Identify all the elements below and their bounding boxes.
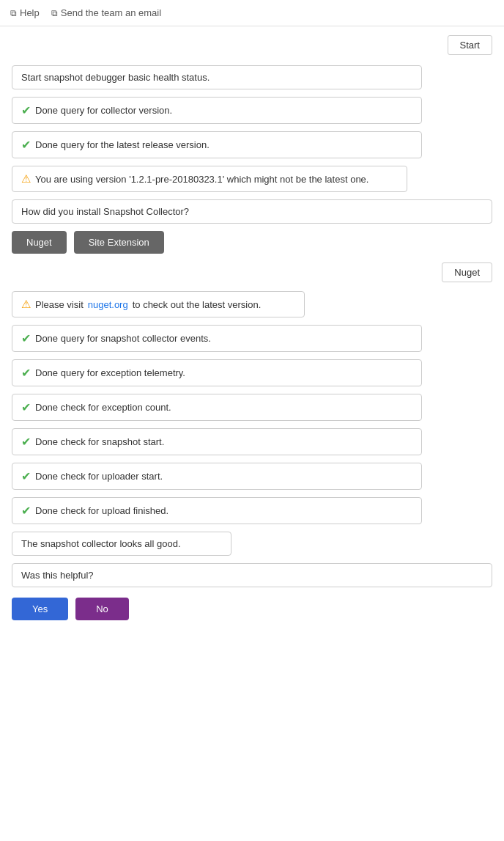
main-content: Start Start snapshot debugger basic heal… xyxy=(0,26,504,636)
site-extension-button[interactable]: Site Extension xyxy=(74,231,164,254)
done-exception-count-text: Done check for exception count. xyxy=(35,402,171,413)
nuget-response-button[interactable]: Nuget xyxy=(442,262,492,282)
check-icon-exception-count: ✔ xyxy=(21,400,31,414)
done-upload-finished-message: ✔ Done check for upload finished. xyxy=(12,497,422,524)
start-health-message: Start snapshot debugger basic health sta… xyxy=(12,65,422,89)
visit-nuget-prefix: Please visit xyxy=(35,299,84,310)
yes-button[interactable]: Yes xyxy=(12,598,68,620)
no-button[interactable]: No xyxy=(75,598,129,620)
version-warning-text: You are using version '1.2.1-pre-2018032… xyxy=(35,174,368,185)
nuget-org-link[interactable]: nuget.org xyxy=(88,299,128,310)
done-latest-release-text: Done query for the latest release versio… xyxy=(35,139,210,150)
check-icon-uploader-start: ✔ xyxy=(21,469,31,483)
nuget-response-row: Nuget xyxy=(12,262,492,282)
check-icon-collector: ✔ xyxy=(21,103,31,117)
visit-nuget-message: ⚠ Please visit nuget.org to check out th… xyxy=(12,291,305,317)
check-icon-upload-finished: ✔ xyxy=(21,504,31,518)
warn-icon-nuget: ⚠ xyxy=(21,298,31,311)
version-warning-message: ⚠ You are using version '1.2.1-pre-20180… xyxy=(12,166,407,192)
done-exception-telemetry-message: ✔ Done query for exception telemetry. xyxy=(12,359,422,386)
done-latest-release-message: ✔ Done query for the latest release vers… xyxy=(12,131,422,158)
top-bar: ⧉ Help ⧉ Send the team an email xyxy=(0,0,504,26)
email-external-icon: ⧉ xyxy=(51,8,58,18)
help-link[interactable]: ⧉ Help xyxy=(10,7,40,18)
all-good-message: The snapshot collector looks all good. xyxy=(12,532,231,556)
done-uploader-start-message: ✔ Done check for uploader start. xyxy=(12,463,422,490)
help-external-icon: ⧉ xyxy=(10,8,17,18)
start-button[interactable]: Start xyxy=(448,35,492,55)
warn-icon-version: ⚠ xyxy=(21,172,31,186)
done-snapshot-start-message: ✔ Done check for snapshot start. xyxy=(12,428,422,455)
done-upload-finished-text: Done check for upload finished. xyxy=(35,505,168,516)
start-button-row: Start xyxy=(12,35,492,55)
done-snapshot-events-message: ✔ Done query for snapshot collector even… xyxy=(12,325,422,352)
done-snapshot-events-text: Done query for snapshot collector events… xyxy=(35,333,211,344)
all-good-text: The snapshot collector looks all good. xyxy=(21,538,181,549)
install-buttons-row: Nuget Site Extension xyxy=(12,231,492,254)
done-uploader-start-text: Done check for uploader start. xyxy=(35,471,163,482)
email-link[interactable]: ⧉ Send the team an email xyxy=(51,7,161,18)
start-health-text: Start snapshot debugger basic health sta… xyxy=(21,72,210,83)
visit-nuget-suffix: to check out the latest version. xyxy=(133,299,262,310)
check-icon-latest-release: ✔ xyxy=(21,138,31,152)
helpful-block: Was this helpful? xyxy=(12,563,492,587)
nuget-button[interactable]: Nuget xyxy=(12,231,67,254)
help-label: Help xyxy=(20,7,40,18)
helpful-question-text: Was this helpful? xyxy=(21,570,94,581)
done-exception-count-message: ✔ Done check for exception count. xyxy=(12,394,422,421)
done-exception-telemetry-text: Done query for exception telemetry. xyxy=(35,367,185,378)
feedback-buttons-row: Yes No xyxy=(12,598,492,620)
check-icon-snapshot-events: ✔ xyxy=(21,331,31,345)
install-question-text: How did you install Snapshot Collector? xyxy=(21,206,189,217)
done-collector-version-text: Done query for collector version. xyxy=(35,105,172,116)
check-icon-exception-telemetry: ✔ xyxy=(21,366,31,380)
email-label: Send the team an email xyxy=(61,7,161,18)
done-snapshot-start-text: Done check for snapshot start. xyxy=(35,436,164,447)
install-question-message: How did you install Snapshot Collector? xyxy=(12,199,492,224)
check-icon-snapshot-start: ✔ xyxy=(21,435,31,449)
done-collector-version-message: ✔ Done query for collector version. xyxy=(12,97,422,124)
